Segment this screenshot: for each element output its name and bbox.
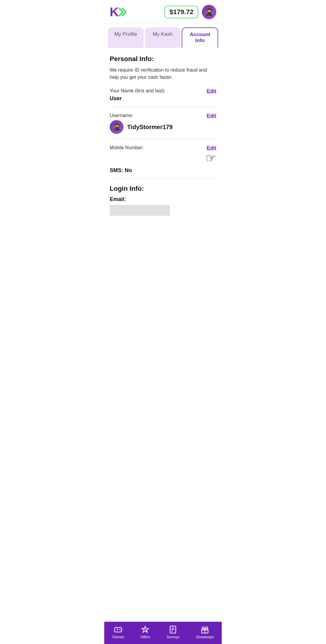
content-area: Personal Info: We require ID verificatio…: [104, 48, 222, 246]
tabs-container: My Profile My Kash Account Info: [104, 23, 222, 48]
username-label: Username:: [110, 113, 133, 118]
tab-my-profile[interactable]: My Profile: [108, 27, 144, 48]
name-edit-button[interactable]: Edit: [207, 88, 216, 94]
email-value-blurred: [110, 205, 170, 216]
header-right: $179.72 🥷: [165, 5, 216, 19]
mobile-field-row: Mobile Number: Edit ☞: [110, 145, 216, 165]
avatar[interactable]: 🥷: [202, 5, 216, 19]
avatar-emoji: 🥷: [205, 8, 214, 16]
username-avatar: 🥷: [110, 120, 124, 134]
login-info-title: Login Info:: [110, 185, 216, 193]
name-value: User: [110, 95, 216, 102]
mobile-edit-group: Edit ☞: [205, 145, 216, 165]
username-row: 🥷 TidyStormer179: [110, 120, 216, 134]
sms-value: SMS: No: [110, 167, 216, 174]
tab-my-kash[interactable]: My Kash: [145, 27, 181, 48]
divider-2: [110, 139, 216, 139]
personal-info-desc: We require ID verification to reduce fra…: [110, 67, 216, 81]
username-field-row: Username: Edit: [110, 113, 216, 119]
header: K $179.72 🥷: [104, 0, 222, 23]
mobile-edit-button[interactable]: Edit: [207, 145, 216, 151]
hand-cursor-icon: ☞: [205, 151, 216, 165]
name-label: Your Name (first and last):: [110, 88, 165, 94]
logo-chevrons: [117, 7, 128, 17]
mobile-label: Mobile Number:: [110, 145, 144, 150]
logo-chevron-icon: [117, 7, 128, 17]
divider-1: [110, 107, 216, 107]
username-value: TidyStormer179: [127, 124, 173, 131]
username-avatar-emoji: 🥷: [113, 123, 121, 131]
divider-3: [110, 178, 216, 179]
balance-badge[interactable]: $179.72: [165, 6, 198, 18]
personal-info-title: Personal Info:: [110, 55, 216, 63]
name-field-row: Your Name (first and last): Edit: [110, 88, 216, 94]
tab-account-info[interactable]: Account Info: [182, 27, 218, 48]
email-label: Email:: [110, 196, 216, 203]
username-edit-button[interactable]: Edit: [207, 113, 216, 119]
logo: K: [110, 6, 128, 18]
